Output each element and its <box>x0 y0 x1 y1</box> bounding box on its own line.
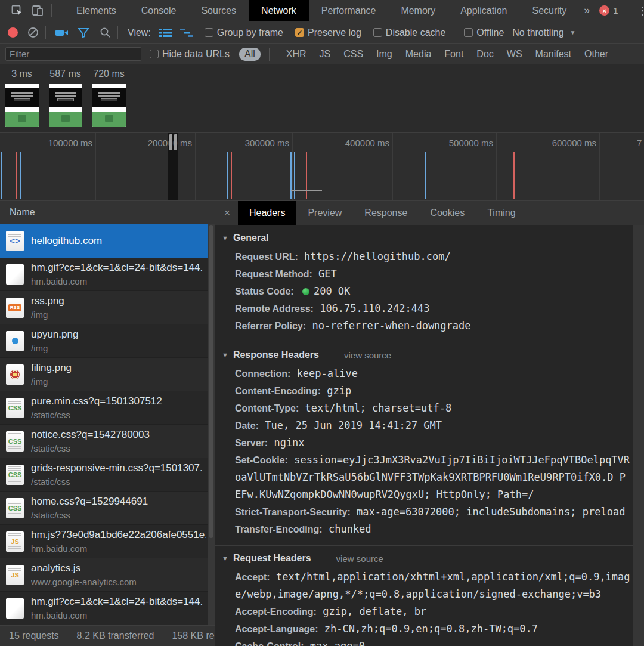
tab-elements[interactable]: Elements <box>64 0 129 21</box>
tab-performance[interactable]: Performance <box>309 0 389 21</box>
header-server: Server: nginx <box>215 434 631 452</box>
hide-data-urls-checkbox[interactable] <box>150 50 159 58</box>
filter-type-manifest[interactable]: Manifest <box>535 49 571 60</box>
preserve-log-label: Preserve log <box>308 27 361 38</box>
request-text: hellogithub.com <box>31 235 215 247</box>
thumb-footer <box>5 112 39 127</box>
filter-input[interactable] <box>5 47 141 61</box>
timeline-scrubber-handle[interactable] <box>174 134 177 150</box>
capture-screenshots-icon[interactable] <box>53 25 71 41</box>
request-row-grids-responsive-m[interactable]: CSSgrids-responsive-min.css?q=1501307./s… <box>0 458 215 492</box>
filter-icon[interactable] <box>75 25 92 41</box>
timeline-tick-label: 100000 ms <box>48 138 92 148</box>
request-row-filing-png[interactable]: filing.png/img <box>0 358 215 391</box>
request-row-rss-png[interactable]: RSSrss.png/img <box>0 291 215 324</box>
request-row-upyun-png[interactable]: upyun.png/img <box>0 324 215 358</box>
more-tabs-chevron[interactable]: » <box>579 0 595 21</box>
offline-checkbox[interactable] <box>464 28 473 37</box>
filter-type-js[interactable]: JS <box>320 49 331 60</box>
disclosure-triangle-icon[interactable]: ▼ <box>222 351 228 358</box>
header-accept-encoding: Accept-Encoding: gzip, deflate, br <box>215 603 631 620</box>
inspect-element-icon[interactable] <box>7 3 27 18</box>
tab-memory[interactable]: Memory <box>388 0 448 21</box>
request-list-scrollbar[interactable] <box>208 224 215 625</box>
request-row-analytics-js[interactable]: JSanalytics.jswww.google-analytics.com <box>0 558 215 592</box>
request-rows: <>hellogithub.comhm.gif?cc=1&ck=1&cl=24-… <box>0 224 215 625</box>
details-scrollbar[interactable] <box>633 225 644 646</box>
thumb-footer-box <box>18 115 26 122</box>
request-row-hellogithub-com[interactable]: <>hellogithub.com <box>0 224 215 258</box>
group-by-frame-checkbox[interactable] <box>205 28 213 37</box>
tab-application[interactable]: Application <box>448 0 519 21</box>
tab-network[interactable]: Network <box>249 0 309 21</box>
filter-type-css[interactable]: CSS <box>343 49 363 60</box>
request-text: hm.js?73e0d9a1bd6e22a206afe0551e.hm.baid… <box>31 529 215 554</box>
use-large-rows-icon[interactable] <box>157 25 175 41</box>
detail-tabs-inner: HeadersPreviewResponseCookiesTiming <box>238 201 527 225</box>
timeline-overview[interactable]: 100000 ms200000 ms300000 ms400000 ms5000… <box>0 132 644 201</box>
tabbar-divider <box>51 4 52 17</box>
header-strict-transport-security: Strict-Transport-Security: max-age=63072… <box>215 503 631 521</box>
search-icon[interactable] <box>96 25 114 41</box>
filter-type-all[interactable]: All <box>239 48 261 61</box>
view-source-link[interactable]: view source <box>344 350 391 360</box>
close-details-icon[interactable]: × <box>215 201 238 225</box>
request-name: hm.gif?cc=1&ck=1&cl=24-bit&ds=144. <box>31 596 206 608</box>
header-request-url: Request URL: https://hellogithub.com/ <box>215 248 631 265</box>
timeline-gridline <box>496 133 497 200</box>
header-value: no-referrer-when-downgrade <box>312 320 470 332</box>
filter-type-img[interactable]: Img <box>376 49 392 60</box>
tab-console[interactable]: Console <box>129 0 189 21</box>
header-date: Date: Tue, 25 Jun 2019 14:41:27 GMT <box>215 417 631 434</box>
device-toolbar-icon[interactable] <box>27 3 48 18</box>
chevron-down-icon[interactable]: ▼ <box>570 29 576 36</box>
request-name: rss.png <box>31 295 206 307</box>
filmstrip-frame[interactable]: 587 ms <box>44 64 87 127</box>
request-row-notice-css-q-15427[interactable]: CSSnotice.css?q=1542780003/static/css <box>0 425 215 458</box>
disclosure-triangle-icon[interactable]: ▼ <box>222 555 228 562</box>
filter-type-xhr[interactable]: XHR <box>286 49 306 60</box>
tab-security[interactable]: Security <box>519 0 579 21</box>
show-overview-icon[interactable] <box>178 25 196 41</box>
header-value: chunked <box>329 523 371 535</box>
scrollbar-thumb[interactable] <box>209 225 213 538</box>
section-header: ▼General <box>215 233 631 243</box>
header-accept: Accept: text/html,application/xhtml+xml,… <box>215 568 631 603</box>
filter-type-doc[interactable]: Doc <box>476 49 493 60</box>
clear-icon[interactable] <box>24 25 42 41</box>
request-row-hm-gif-cc-1-ck-1-c[interactable]: hm.gif?cc=1&ck=1&cl=24-bit&ds=144.hm.bai… <box>0 258 215 291</box>
disclosure-triangle-icon[interactable]: ▼ <box>222 234 228 242</box>
tab-sources[interactable]: Sources <box>188 0 249 21</box>
name-column-header[interactable]: Name <box>0 201 215 224</box>
disable-cache-checkbox[interactable] <box>373 28 382 37</box>
request-row-hm-js-73e0d9a1bd6e[interactable]: JShm.js?73e0d9a1bd6e22a206afe0551e.hm.ba… <box>0 525 215 558</box>
resource-type-filters: AllXHRJSCSSImgMediaFontDocWSManifestOthe… <box>230 48 608 61</box>
timeline-scrubber-handle[interactable] <box>169 134 172 150</box>
upyun-file-icon <box>6 331 24 351</box>
request-row-home-css-q-1529944[interactable]: CSShome.css?q=1529944691/static/css <box>0 492 215 525</box>
request-row-pure-min-css-q-150[interactable]: CSSpure.min.css?q=1501307512/static/css <box>0 391 215 425</box>
filter-type-other[interactable]: Other <box>584 49 608 60</box>
devtools-menu-icon[interactable]: ⋮ <box>630 0 644 21</box>
request-row-hm-gif-cc-1-ck-1-c[interactable]: hm.gif?cc=1&ck=1&cl=24-bit&ds=144.hm.bai… <box>0 592 215 625</box>
detail-tab-headers[interactable]: Headers <box>238 201 296 225</box>
filmstrip-frame[interactable]: 720 ms <box>87 64 131 127</box>
detail-tab-cookies[interactable]: Cookies <box>419 201 476 225</box>
request-name: filing.png <box>31 362 206 374</box>
header-key: Request URL: <box>235 252 298 262</box>
filter-type-font[interactable]: Font <box>444 49 463 60</box>
detail-tab-preview[interactable]: Preview <box>296 201 353 225</box>
view-source-link[interactable]: view source <box>336 554 383 564</box>
record-button[interactable] <box>8 27 18 38</box>
header-key: Cache-Control: <box>235 641 304 646</box>
filmstrip-frame[interactable]: 3 ms <box>0 64 44 127</box>
filter-type-media[interactable]: Media <box>405 49 432 60</box>
doc-file-icon: <> <box>6 231 24 251</box>
timeline-gridline <box>95 133 96 200</box>
detail-tab-timing[interactable]: Timing <box>476 201 527 225</box>
filter-type-ws[interactable]: WS <box>507 49 522 60</box>
detail-tab-response[interactable]: Response <box>353 201 419 225</box>
error-badge[interactable]: × 1 <box>595 0 623 21</box>
throttling-select[interactable]: No throttling <box>512 27 564 38</box>
preserve-log-checkbox[interactable]: ✓ <box>295 28 304 37</box>
